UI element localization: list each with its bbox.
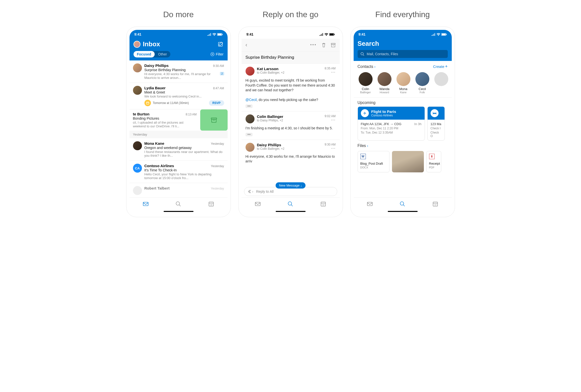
msg-time: 9:30 AM [324,143,336,146]
svg-point-26 [400,202,404,205]
contact-item[interactable]: CecilFolk [414,72,430,94]
flight-card[interactable]: ✈ Flight to ParisContoso Airlines Flight… [358,106,425,141]
email-time: 8:47 AM [213,87,224,90]
home-indicator[interactable] [388,211,418,212]
search-tab-icon[interactable] [287,201,294,207]
file-name: Receipt [429,162,438,165]
battery-icon [217,33,223,36]
svg-point-24 [361,52,363,55]
email-item[interactable]: CA Contoso AirlinesYesterday It's Time T… [130,161,228,183]
contact-first: Mona [396,87,412,91]
filter-label: Filter [216,52,224,56]
file-item[interactable]: ⬇ Receipt PDF [426,151,441,172]
create-button[interactable]: Create + [433,64,448,69]
files-heading[interactable]: Files › [358,144,368,148]
status-bar: 9:41 [354,30,452,39]
email-subject: It's Time To Check-In [144,168,224,172]
file-item[interactable]: W Blog_Post Draft DOCX [358,151,390,172]
filter-button[interactable]: Filter [210,52,224,56]
more-icon[interactable]: ••• [310,42,317,47]
calendar-tab-icon[interactable]: 18 [432,201,438,207]
svg-rect-23 [446,34,447,35]
msg-to: to Colin Ballinger, +2 [257,147,322,151]
msg-body: I'm finishing a meeting at 4:30, so I sh… [246,126,336,131]
status-time: 9:41 [246,32,254,36]
svg-rect-8 [143,202,148,206]
thread-count-badge: 2 [220,72,224,75]
reply-placeholder: Reply to All [256,190,274,194]
calendar-tab-icon[interactable]: 18 [320,201,326,207]
contact-item[interactable] [433,72,449,94]
email-item[interactable]: Daisy Phillips9:30 AM Surprise Birthday … [130,60,228,83]
back-button[interactable]: ‹ [246,42,247,48]
hotel-icon: 🛏 [430,109,438,117]
email-item[interactable]: Lydia Bauer8:47 AM Meet & Greet We look … [130,83,228,109]
new-message-pill[interactable]: New Message ↓ [276,182,305,189]
home-indicator[interactable] [276,211,306,212]
wifi-icon [324,33,328,36]
panel-title-1: Do more [163,10,194,19]
status-time: 9:41 [358,32,366,36]
sender-avatar [133,186,142,195]
email-item-swiped[interactable]: te Burton8:13 AM Bonding Pictures cil, I… [130,109,228,131]
file-type: PDF [429,166,438,169]
mention[interactable]: @Cecil [246,98,257,102]
mail-tab-icon[interactable] [366,201,373,207]
contact-item[interactable]: MonaKane [396,72,412,94]
card-line: Check I [430,127,442,130]
archive-icon [210,117,218,124]
tab-other[interactable]: Other [155,51,170,57]
search-icon [360,52,364,56]
msg-body: Hi guys, excited to meet tonight. I'll b… [246,78,336,102]
svg-rect-17 [255,202,260,206]
contact-item[interactable]: ColinBallinger [358,72,374,94]
message-item[interactable]: Kat Larsson to Colin Ballinger, +2 8:35 … [242,64,340,111]
svg-rect-22 [442,33,446,35]
file-image-thumb[interactable] [392,151,424,172]
rsvp-button[interactable]: RSVP [209,100,224,106]
bottom-nav: 18 [354,197,452,210]
email-item[interactable]: Mona KaneYesterday Oregon and weekend ge… [130,138,228,161]
profile-avatar[interactable] [134,41,140,48]
email-subject: Bonding Pictures [133,116,197,120]
contact-first: Wanda [376,87,392,91]
svg-point-18 [288,202,292,205]
mail-tab-icon[interactable] [254,201,261,207]
trash-icon[interactable] [321,42,326,47]
sender-avatar [133,86,142,95]
archive-action[interactable] [200,109,228,131]
search-tab-icon[interactable] [175,201,182,207]
archive-icon[interactable] [331,42,336,47]
svg-rect-13 [330,33,334,35]
email-time: Yesterday [211,164,224,168]
contacts-heading[interactable]: Contacts › [358,64,376,69]
contact-first: Cecil [414,87,430,91]
message-item[interactable]: Colin Ballinger to Daisy Phillips, +2 9:… [242,111,340,140]
search-tab-icon[interactable] [399,201,406,207]
expand-icon[interactable]: ••• [246,104,253,108]
svg-rect-7 [212,119,216,122]
email-preview: Hi everyone, 4:30 works for me, I'll arr… [144,72,219,80]
msg-from: Colin Ballinger [257,114,322,119]
wifi-icon [212,33,216,36]
airplane-icon: ✈ [361,109,369,117]
msg-actions-icon[interactable]: ••• [324,71,336,74]
mail-tab-icon[interactable] [142,201,149,207]
email-item[interactable]: Robert TalbertYesterday [130,183,228,197]
calendar-tab-icon[interactable]: 18 [208,201,214,207]
expand-icon[interactable]: ••• [246,133,253,136]
contact-item[interactable]: WandaHoward [376,72,392,94]
email-sender: te Burton [133,112,150,116]
hotel-card[interactable]: 🛏 123 Ma Check I Check O [427,106,445,141]
signal-icon [320,33,324,36]
compose-icon[interactable] [218,41,224,47]
search-input[interactable]: Mail, Contacts, Files [358,50,448,58]
msg-actions-icon[interactable]: ••• [324,118,336,121]
battery-icon [441,33,447,36]
flight-route: Flight AA 1234, JFK → CDG [361,122,402,126]
message-item[interactable]: Daisy Phillips to Colin Ballinger, +2 9:… [242,140,340,167]
card-line: Check O [430,131,442,138]
tab-focused[interactable]: Focused [134,51,155,57]
home-indicator[interactable] [164,211,194,212]
msg-actions-icon[interactable]: ••• [324,147,336,150]
